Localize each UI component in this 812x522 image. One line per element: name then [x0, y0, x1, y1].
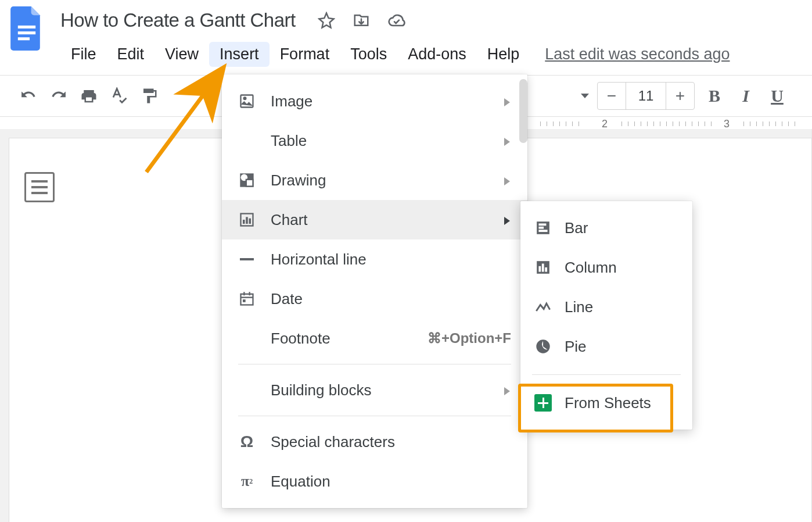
- menu-insert[interactable]: Insert: [209, 42, 270, 67]
- insert-date[interactable]: Date: [222, 279, 527, 319]
- svg-point-4: [244, 97, 246, 99]
- menu-separator: [532, 374, 681, 375]
- menu-addons[interactable]: Add-ons: [397, 42, 477, 67]
- svg-rect-9: [243, 220, 245, 224]
- menu-label: Bar: [565, 219, 588, 237]
- menu-help[interactable]: Help: [477, 42, 530, 67]
- menu-label: Special characters: [271, 433, 395, 451]
- menu-label: Footnote: [271, 330, 330, 348]
- svg-rect-1: [18, 31, 35, 34]
- chart-bar[interactable]: Bar: [520, 208, 692, 248]
- font-size-increase[interactable]: +: [666, 83, 694, 109]
- keyboard-shortcut: ⌘+Option+F: [427, 330, 511, 346]
- insert-chart[interactable]: Chart: [222, 200, 527, 239]
- cloud-status-icon[interactable]: [387, 12, 405, 29]
- pie-icon: [534, 338, 552, 355]
- bar-icon: [534, 219, 552, 237]
- spellcheck-icon[interactable]: [110, 87, 128, 105]
- menu-label: Image: [271, 92, 312, 110]
- svg-rect-18: [538, 230, 547, 232]
- svg-rect-13: [241, 294, 253, 305]
- outline-toggle-icon[interactable]: [24, 172, 55, 202]
- star-icon[interactable]: [318, 12, 335, 29]
- menu-label: Chart: [271, 211, 308, 229]
- menu-label: Equation: [271, 473, 330, 491]
- menu-label: From Sheets: [565, 394, 651, 412]
- underline-button[interactable]: U: [766, 86, 789, 106]
- drawing-icon: [238, 171, 256, 189]
- menu-label: Drawing: [271, 171, 326, 190]
- svg-rect-20: [538, 266, 541, 272]
- dropdown-caret-icon[interactable]: [581, 94, 589, 98]
- ruler-mark: 2: [602, 118, 608, 130]
- font-size-stepper[interactable]: − 11 +: [597, 82, 695, 110]
- menu-format[interactable]: Format: [270, 42, 340, 67]
- svg-rect-2: [18, 37, 30, 40]
- move-icon[interactable]: [353, 12, 370, 29]
- submenu-arrow-icon: [504, 171, 511, 190]
- column-icon: [534, 259, 552, 276]
- pi-icon: π2: [238, 473, 256, 490]
- image-icon: [238, 92, 256, 110]
- insert-drawing[interactable]: Drawing: [222, 160, 527, 200]
- insert-image[interactable]: Image: [222, 81, 527, 121]
- blank-icon: [238, 330, 256, 347]
- chart-from-sheets[interactable]: From Sheets: [520, 383, 692, 423]
- svg-rect-22: [545, 267, 547, 272]
- submenu-arrow-icon: [504, 92, 511, 110]
- insert-building-blocks[interactable]: Building blocks: [222, 370, 527, 410]
- menu-label: Date: [271, 290, 303, 308]
- italic-button[interactable]: I: [734, 86, 757, 106]
- menu-tools[interactable]: Tools: [340, 42, 397, 67]
- submenu-arrow-icon: [504, 132, 511, 150]
- svg-rect-17: [538, 227, 544, 229]
- paint-format-icon[interactable]: [141, 87, 158, 105]
- font-size-decrease[interactable]: −: [598, 83, 626, 109]
- svg-rect-0: [18, 26, 35, 28]
- doc-title[interactable]: How to Create a Gantt Chart: [60, 9, 296, 31]
- svg-rect-21: [542, 264, 544, 272]
- menu-separator: [238, 364, 511, 364]
- menu-view[interactable]: View: [155, 42, 209, 67]
- chart-column[interactable]: Column: [520, 248, 692, 287]
- insert-dropdown: Image Table Drawing Chart Horizontal lin…: [222, 74, 527, 508]
- menu-label: Building blocks: [271, 381, 371, 399]
- submenu-arrow-icon: [504, 381, 511, 399]
- insert-table[interactable]: Table: [222, 121, 527, 160]
- menu-label: Table: [271, 132, 307, 150]
- sheets-icon: [534, 394, 552, 412]
- undo-icon[interactable]: [20, 87, 37, 105]
- chart-line[interactable]: Line: [520, 287, 692, 327]
- blank-icon: [238, 132, 256, 149]
- svg-rect-16: [538, 223, 546, 226]
- blank-icon: [238, 381, 256, 399]
- svg-rect-11: [249, 219, 251, 224]
- svg-rect-12: [240, 258, 254, 260]
- menu-edit[interactable]: Edit: [107, 42, 155, 67]
- ruler-mark: 3: [724, 118, 730, 130]
- svg-rect-14: [243, 299, 246, 302]
- menu-file[interactable]: File: [60, 42, 107, 67]
- redo-icon[interactable]: [50, 87, 67, 105]
- last-edit-link[interactable]: Last edit was seconds ago: [545, 45, 730, 63]
- chart-submenu: Bar Column Line Pie From Sheets: [520, 201, 692, 430]
- menu-label: Horizontal line: [271, 251, 367, 269]
- svg-rect-10: [246, 217, 248, 224]
- insert-horizontal-line[interactable]: Horizontal line: [222, 239, 527, 279]
- print-icon[interactable]: [80, 87, 98, 105]
- menu-label: Column: [565, 259, 617, 277]
- menu-label: Pie: [565, 338, 587, 356]
- date-icon: [238, 290, 256, 308]
- insert-special-characters[interactable]: Ω Special characters: [222, 422, 527, 462]
- docs-logo[interactable]: [10, 6, 43, 51]
- bold-button[interactable]: B: [703, 86, 726, 106]
- hline-icon: [238, 251, 256, 268]
- chart-icon: [238, 211, 256, 228]
- font-size-value[interactable]: 11: [626, 83, 666, 109]
- submenu-arrow-icon: [504, 211, 511, 229]
- menu-separator: [238, 416, 511, 416]
- insert-footnote[interactable]: Footnote ⌘+Option+F: [222, 319, 527, 358]
- line-icon: [534, 298, 552, 316]
- chart-pie[interactable]: Pie: [520, 327, 692, 366]
- insert-equation[interactable]: π2 Equation: [222, 462, 527, 501]
